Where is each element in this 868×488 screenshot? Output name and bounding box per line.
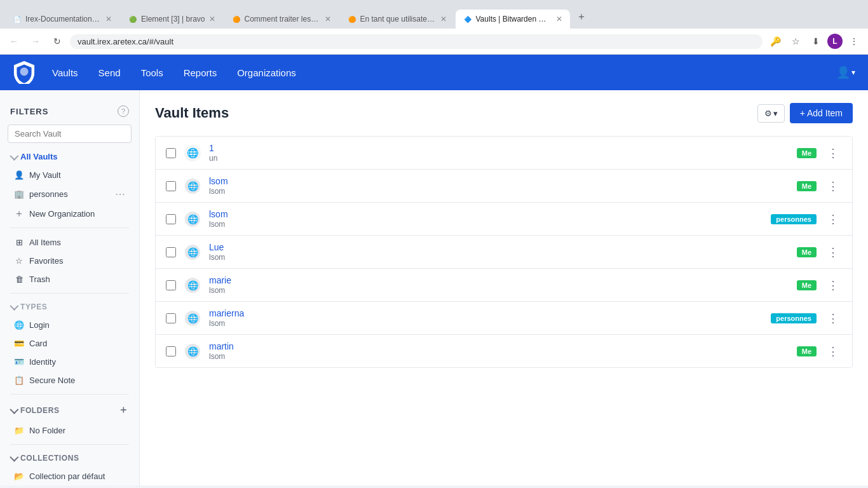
- folders-label: FOLDERS: [20, 406, 60, 415]
- item-more-button-5[interactable]: ⋮: [824, 309, 842, 327]
- forward-button[interactable]: →: [27, 32, 44, 50]
- item-icon-2: 🌐: [184, 210, 201, 228]
- nav-vaults[interactable]: Vaults: [43, 62, 87, 83]
- sidebar-item-favorites[interactable]: ☆ Favorites: [4, 252, 135, 269]
- item-checkbox-0[interactable]: [166, 148, 176, 158]
- sidebar-item-all-items[interactable]: ⊞ All Items: [4, 233, 135, 251]
- item-subtitle-1: lsom: [209, 187, 789, 196]
- add-item-button[interactable]: + Add Item: [790, 103, 853, 123]
- sidebar-item-collection-par-defaut[interactable]: 📂 Collection par défaut: [4, 467, 135, 485]
- sidebar-item-identity[interactable]: 🪪 Identity: [4, 353, 135, 370]
- item-more-button-6[interactable]: ⋮: [824, 342, 842, 360]
- item-more-button-1[interactable]: ⋮: [824, 177, 842, 195]
- sidebar-item-login[interactable]: 🌐 Login: [4, 316, 135, 334]
- nav-reports[interactable]: Reports: [175, 62, 226, 83]
- folders-collapse-toggle[interactable]: FOLDERS: [10, 406, 60, 415]
- item-name-5[interactable]: marierna: [209, 308, 763, 318]
- item-name-0[interactable]: 1: [209, 143, 789, 153]
- item-more-button-2[interactable]: ⋮: [824, 210, 842, 228]
- item-checkbox-5[interactable]: [166, 313, 176, 323]
- tab-label-2: Element [3] | bravo: [141, 15, 205, 24]
- tab-close-1[interactable]: ✕: [105, 15, 112, 24]
- item-name-3[interactable]: Lue: [209, 242, 789, 252]
- item-name-1[interactable]: lsom: [209, 176, 789, 186]
- identity-icon: 🪪: [14, 356, 24, 367]
- personnes-more-icon[interactable]: ⋯: [115, 188, 125, 200]
- item-subtitle-2: lsom: [209, 220, 763, 229]
- types-group[interactable]: TYPES: [0, 299, 139, 315]
- sidebar-item-secure-note[interactable]: 📋 Secure Note: [4, 371, 135, 389]
- item-checkbox-4[interactable]: [166, 280, 176, 290]
- sidebar-item-trash[interactable]: 🗑 Trash: [4, 270, 135, 288]
- item-subtitle-6: lsom: [209, 352, 789, 361]
- key-icon[interactable]: 🔑: [766, 32, 784, 50]
- item-more-button-0[interactable]: ⋮: [824, 144, 842, 162]
- account-chevron-icon: ▾: [851, 68, 855, 77]
- favorites-label: Favorites: [29, 256, 63, 266]
- item-subtitle-0: un: [209, 154, 789, 163]
- all-vaults-group[interactable]: All Vaults: [0, 148, 139, 165]
- types-label: TYPES: [20, 302, 47, 311]
- item-info-5: marierna lsom: [209, 308, 763, 328]
- browser-tab-4[interactable]: 🟠 En tant que utilisateur j'aim ✕: [340, 10, 454, 29]
- back-button[interactable]: ←: [5, 32, 23, 50]
- menu-icon[interactable]: ⋮: [845, 32, 863, 50]
- tab-close-2[interactable]: ✕: [209, 15, 215, 24]
- item-checkbox-3[interactable]: [166, 247, 176, 257]
- new-tab-button[interactable]: ＋: [571, 5, 592, 29]
- tab-close-3[interactable]: ✕: [325, 15, 331, 24]
- globe-icon: 🌐: [185, 245, 200, 260]
- item-info-6: martin lsom: [209, 341, 789, 361]
- browser-tab-2[interactable]: 🟢 Element [3] | bravo ✕: [121, 10, 223, 29]
- help-icon[interactable]: ?: [118, 105, 129, 117]
- table-row: 🌐 1 un Me ⋮: [156, 137, 852, 170]
- no-folder-label: No Folder: [29, 426, 65, 435]
- download-icon[interactable]: ⬇: [807, 32, 825, 50]
- browser-tab-1[interactable]: 📄 Irex-Documentation-Project ✕: [5, 10, 119, 29]
- item-more-button-4[interactable]: ⋮: [824, 276, 842, 294]
- tab-favicon-1: 📄: [13, 15, 22, 24]
- card-label: Card: [29, 339, 47, 348]
- nav-organizations[interactable]: Organizations: [228, 62, 305, 83]
- plus-icon: ＋: [14, 208, 24, 219]
- item-more-button-3[interactable]: ⋮: [824, 243, 842, 261]
- address-bar[interactable]: vault.irex.aretex.ca/#/vault: [70, 34, 763, 49]
- tab-close-5[interactable]: ✕: [556, 15, 562, 24]
- item-icon-3: 🌐: [184, 243, 201, 261]
- item-badge-5: personnes: [771, 313, 817, 323]
- card-icon: 💳: [14, 338, 24, 348]
- item-name-6[interactable]: martin: [209, 341, 789, 351]
- bookmark-icon[interactable]: ☆: [787, 32, 804, 50]
- main-header: Vault Items ⚙ ▾ + Add Item: [155, 103, 853, 123]
- sidebar-item-personnes[interactable]: 🏢 personnes ⋯: [4, 184, 135, 204]
- item-name-2[interactable]: lsom: [209, 209, 763, 219]
- add-folder-icon[interactable]: ＋: [118, 403, 129, 417]
- sidebar-item-new-org[interactable]: ＋ New Organization: [4, 205, 135, 222]
- collections-group-header: COLLECTIONS: [0, 450, 139, 466]
- sidebar-item-card[interactable]: 💳 Card: [4, 334, 135, 352]
- search-input[interactable]: [8, 125, 132, 143]
- item-checkbox-2[interactable]: [166, 214, 176, 224]
- collections-collapse-toggle[interactable]: COLLECTIONS: [10, 454, 79, 463]
- app-header-right: 👤 ▾: [836, 65, 855, 79]
- tab-favicon-2: 🟢: [128, 15, 137, 24]
- globe-icon: 🌐: [185, 179, 200, 194]
- sidebar-item-my-vault[interactable]: 👤 My Vault: [4, 166, 135, 184]
- tab-close-4[interactable]: ✕: [440, 15, 447, 24]
- settings-button[interactable]: ⚙ ▾: [757, 104, 785, 123]
- profile-avatar[interactable]: L: [827, 34, 843, 49]
- my-vault-label: My Vault: [29, 170, 61, 180]
- table-row: 🌐 lsom lsom Me ⋮: [156, 170, 852, 203]
- sidebar-item-no-folder[interactable]: 📁 No Folder: [4, 421, 135, 439]
- item-checkbox-1[interactable]: [166, 181, 176, 191]
- user-account-button[interactable]: 👤 ▾: [836, 65, 855, 79]
- item-name-4[interactable]: marie: [209, 275, 789, 285]
- nav-tools[interactable]: Tools: [132, 62, 172, 83]
- browser-tab-3[interactable]: 🟠 Comment traiter les tâches s ✕: [224, 10, 339, 29]
- vault-items-list: 🌐 1 un Me ⋮ 🌐 lsom lsom Me ⋮ 🌐 lsom lsom: [155, 136, 853, 368]
- browser-tab-5[interactable]: 🔷 Vaults | Bitwarden Web Vault ✕: [456, 10, 570, 29]
- item-checkbox-6[interactable]: [166, 346, 176, 356]
- reload-button[interactable]: ↻: [48, 32, 66, 50]
- nav-send[interactable]: Send: [90, 62, 130, 83]
- person-icon: 👤: [14, 170, 24, 180]
